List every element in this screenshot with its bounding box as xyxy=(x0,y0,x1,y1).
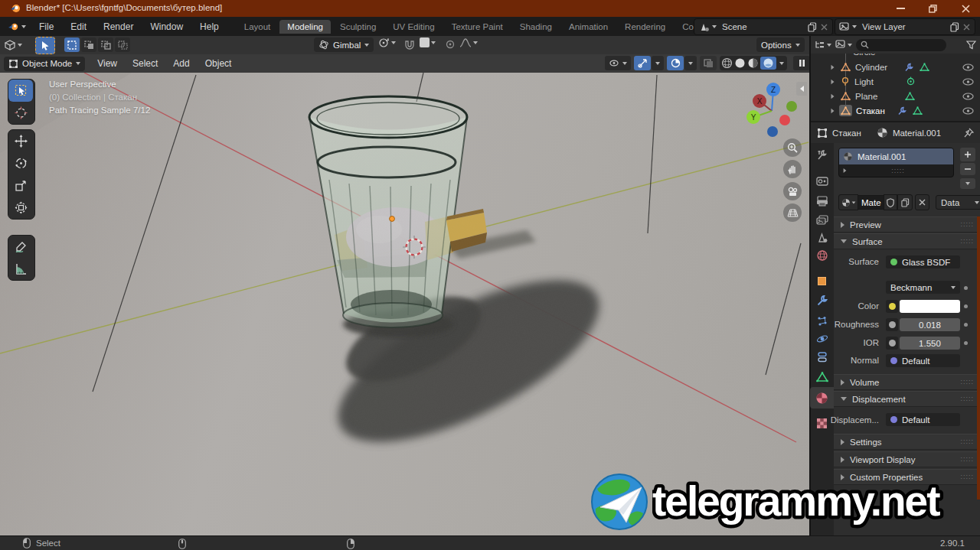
proportional-falloff-dropdown[interactable] xyxy=(459,37,478,48)
tool-rotate-button[interactable] xyxy=(8,152,33,174)
tool-transform-button[interactable] xyxy=(8,197,33,219)
panel-custom-properties[interactable]: Custom Properties xyxy=(834,469,980,485)
menu-window[interactable]: Window xyxy=(142,21,191,32)
minimize-button[interactable] xyxy=(887,0,914,17)
tab-render[interactable] xyxy=(810,171,834,192)
hide-eye-icon[interactable] xyxy=(962,93,974,100)
tab-rendering[interactable]: Rendering xyxy=(617,20,673,34)
tab-modeling[interactable]: Modeling xyxy=(279,20,331,34)
view-layer-selector[interactable]: View Layer xyxy=(835,18,975,35)
ior-socket-button[interactable] xyxy=(886,337,898,350)
menu-edit[interactable]: Edit xyxy=(62,21,95,32)
tab-shading[interactable]: Shading xyxy=(512,20,560,34)
gizmos-dropdown[interactable] xyxy=(652,56,664,70)
roughness-socket-button[interactable] xyxy=(886,318,898,331)
panel-grip-icon[interactable] xyxy=(960,474,974,480)
roughness-slider[interactable]: 0.018 xyxy=(900,318,960,331)
panel-grip-icon[interactable] xyxy=(960,395,974,402)
browse-material-button[interactable] xyxy=(838,194,858,210)
menu-help[interactable]: Help xyxy=(191,21,227,32)
unlink-material-button[interactable] xyxy=(915,194,929,210)
tab-output[interactable] xyxy=(810,190,834,212)
tab-modifiers[interactable] xyxy=(810,290,834,311)
panel-grip-icon[interactable] xyxy=(960,238,974,245)
filter-funnel-icon[interactable] xyxy=(966,41,976,50)
decorator-dot[interactable] xyxy=(964,286,968,290)
tool-move-button[interactable] xyxy=(8,130,33,152)
panel-grip-icon[interactable] xyxy=(960,438,974,445)
panel-grip-icon[interactable] xyxy=(960,456,974,463)
new-scene-icon[interactable] xyxy=(808,22,817,32)
viewport-menu-view[interactable]: View xyxy=(90,58,125,69)
tab-tool[interactable] xyxy=(810,145,834,166)
new-material-button[interactable] xyxy=(897,194,913,210)
select-mode-extend-button[interactable] xyxy=(81,37,96,52)
new-view-layer-icon[interactable] xyxy=(950,22,959,32)
material-slot-selected[interactable]: Material.001 xyxy=(839,148,953,164)
expand-icon[interactable] xyxy=(831,79,835,83)
sidebar-toggle[interactable] xyxy=(796,82,807,96)
panel-viewport-display[interactable]: Viewport Display xyxy=(834,451,980,467)
app-menu-button[interactable] xyxy=(0,22,31,31)
tool-annotate-button[interactable] xyxy=(8,236,33,258)
scene-selector[interactable]: Scene xyxy=(694,18,833,35)
outliner-row-cylinder[interactable]: Cylinder xyxy=(811,60,980,74)
shading-dropdown[interactable] xyxy=(779,62,784,65)
tab-object[interactable] xyxy=(810,270,834,291)
zoom-view-button[interactable] xyxy=(783,138,802,157)
select-mode-subtract-button[interactable] xyxy=(98,37,113,52)
add-slot-button[interactable] xyxy=(960,148,975,161)
render-pause-button[interactable] xyxy=(793,56,810,70)
tab-constraints[interactable] xyxy=(810,347,834,368)
proportional-editing-icon[interactable] xyxy=(446,40,455,49)
remove-slot-button[interactable] xyxy=(960,163,975,175)
normal-input-button[interactable]: Default xyxy=(886,354,960,367)
displacement-input-button[interactable]: Default xyxy=(886,413,960,426)
panel-volume[interactable]: Volume xyxy=(834,374,980,390)
viewport-menu-object[interactable]: Object xyxy=(198,58,240,69)
tab-world[interactable] xyxy=(810,245,834,266)
shading-material-button[interactable] xyxy=(747,57,759,69)
tool-scale-button[interactable] xyxy=(8,174,33,197)
hide-eye-icon[interactable] xyxy=(962,107,974,115)
overlays-toggle[interactable] xyxy=(667,56,684,70)
drag-grip-icon[interactable] xyxy=(891,168,905,174)
color-socket-button[interactable] xyxy=(886,300,898,313)
ior-slider[interactable]: 1.550 xyxy=(900,337,960,350)
editor-type-button[interactable] xyxy=(4,40,22,50)
material-name-field[interactable]: Mate xyxy=(858,195,884,210)
unlink-scene-icon[interactable] xyxy=(821,24,828,31)
mode-dropdown[interactable]: Object Mode xyxy=(4,57,85,71)
xray-toggle[interactable] xyxy=(700,56,717,70)
pan-view-button[interactable] xyxy=(783,160,802,178)
gizmo-z-neg[interactable] xyxy=(767,126,778,137)
gizmo-x-neg[interactable] xyxy=(779,115,790,125)
options-dropdown[interactable]: Options xyxy=(756,37,805,52)
outliner-row-light[interactable]: Light xyxy=(811,74,980,89)
select-mode-new-button[interactable] xyxy=(64,37,80,52)
tab-uv-editing[interactable]: UV Editing xyxy=(385,20,442,34)
decorator-dot[interactable] xyxy=(964,341,968,345)
distribution-dropdown[interactable]: Beckmann xyxy=(886,281,960,294)
shading-wireframe-button[interactable] xyxy=(721,57,733,69)
material-link-dropdown[interactable]: Data xyxy=(936,195,980,210)
viewport-menu-add[interactable]: Add xyxy=(165,58,197,69)
tool-measure-button[interactable] xyxy=(8,258,33,280)
remove-view-layer-icon[interactable] xyxy=(963,24,970,31)
tab-layout[interactable]: Layout xyxy=(237,20,279,34)
close-button[interactable] xyxy=(951,0,980,17)
outliner-filter-dropdown[interactable] xyxy=(835,40,852,50)
select-mode-invert-button[interactable] xyxy=(115,37,130,52)
overlays-dropdown[interactable] xyxy=(684,56,697,70)
breadcrumb-material[interactable]: Material.001 xyxy=(893,129,941,138)
pin-icon[interactable] xyxy=(964,128,974,138)
expand-icon[interactable] xyxy=(831,93,835,98)
transform-orientation-dropdown[interactable]: Gimbal xyxy=(314,37,374,52)
gizmo-y-neg[interactable] xyxy=(786,101,797,112)
outliner-search-input[interactable] xyxy=(856,39,946,51)
menu-render[interactable]: Render xyxy=(95,21,142,32)
expand-icon[interactable] xyxy=(831,108,835,112)
tab-object-data[interactable] xyxy=(810,366,834,388)
panel-grip-icon[interactable] xyxy=(960,221,974,228)
camera-view-button[interactable] xyxy=(783,182,802,200)
